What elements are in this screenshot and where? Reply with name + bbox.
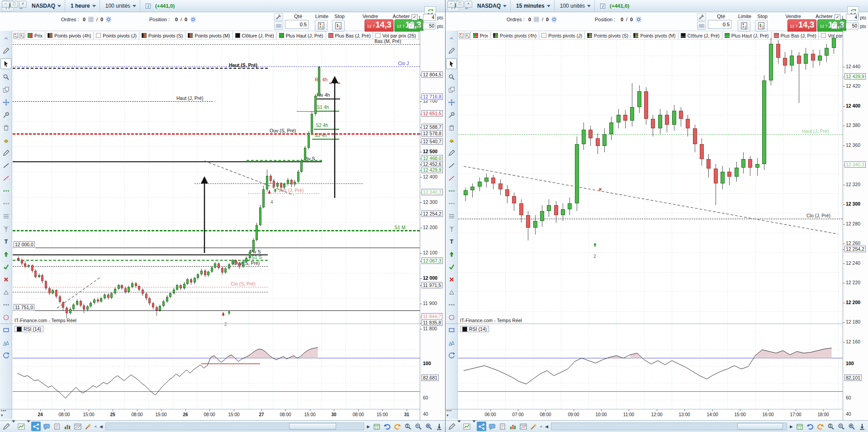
l-pts-input[interactable] <box>846 14 859 21</box>
indicator-chip[interactable]: Points pivots (S) <box>139 32 185 39</box>
info-icon[interactable] <box>599 3 606 9</box>
toolbar-share-icon[interactable] <box>477 422 486 431</box>
tool-circle-pink-icon[interactable] <box>1 312 11 322</box>
tool-line-red-icon[interactable] <box>1 173 11 183</box>
time-axis[interactable]: 2408:0015:002508:0015:002608:0015:002708… <box>13 409 420 421</box>
indicator-chip[interactable]: Points pivots (J) <box>94 32 139 39</box>
tool-dash-gray-icon[interactable] <box>1 198 11 208</box>
l-checkbox[interactable]: ✓ <box>835 14 840 20</box>
time-axis[interactable]: 06:0007:0008:0009:0010:0011:0012:0013:00… <box>458 409 843 421</box>
toolbar-cal-icon[interactable] <box>795 422 804 431</box>
toolbar-redo-icon[interactable] <box>393 422 402 431</box>
collapse-scrollbar-button[interactable]: « <box>94 424 98 429</box>
tool-fork-icon[interactable] <box>1 224 11 234</box>
indicator-chip[interactable]: Vol par prix (2 <box>819 32 843 39</box>
symbol-dropdown[interactable]: NASDAQ <box>28 0 65 12</box>
price-axis[interactable]: 12 70012 50012 40012 30012 20012 10012 0… <box>420 31 446 420</box>
toolbar-cal-icon[interactable] <box>372 422 381 431</box>
orders-list-icon[interactable] <box>88 16 95 23</box>
limit-order-button[interactable] <box>315 20 327 32</box>
tool-mag-icon[interactable] <box>1 72 11 82</box>
sg-pts-input[interactable] <box>423 23 436 29</box>
tool-tri3-icon[interactable] <box>446 338 456 347</box>
indicator-chip[interactable]: Plus Haut (J, Pré) <box>722 32 772 39</box>
toolbar-pencil-dd-icon[interactable] <box>1 422 11 431</box>
tool-dash-gray-icon[interactable] <box>446 198 456 208</box>
chip-up-page-icon[interactable] <box>19 32 25 39</box>
tool-tools-icon[interactable] <box>446 110 456 120</box>
tool-fib-icon[interactable] <box>1 211 11 221</box>
indicator-chip[interactable]: Prix <box>471 32 491 39</box>
tool-fork-icon[interactable] <box>446 224 456 234</box>
tool-text-icon[interactable] <box>1 236 11 246</box>
indicator-chip[interactable]: Points pivots (4h) <box>491 32 539 39</box>
tool-line-icon[interactable] <box>446 160 456 170</box>
toolbar-winchart-icon[interactable] <box>518 422 528 431</box>
tool-up-green-icon[interactable] <box>1 249 11 259</box>
scroll-right-button[interactable]: ▶ <box>366 424 371 429</box>
toolbar-chart-dd-icon[interactable] <box>462 422 471 431</box>
indicator-chip[interactable]: Clôture (J, Pré) <box>233 32 277 39</box>
tool-pencil-icon[interactable] <box>1 46 11 56</box>
tool-cursor-icon[interactable] <box>0 58 11 69</box>
sg-checkbox[interactable]: ✓ <box>831 23 837 29</box>
tool-move-icon[interactable] <box>1 97 11 107</box>
toolbar-zout-icon[interactable] <box>836 422 846 431</box>
position-settings-gear-icon[interactable] <box>190 16 196 23</box>
close-button[interactable]: × <box>19 1 27 8</box>
minimize-button[interactable]: − <box>447 1 455 8</box>
tool-check-icon[interactable] <box>1 262 11 272</box>
info-icon[interactable] <box>145 3 152 9</box>
tool-line-icon[interactable] <box>1 160 11 170</box>
tool-tri-icon[interactable] <box>1 287 11 297</box>
toolbar-note-icon[interactable] <box>52 422 62 431</box>
sg-pts-input[interactable] <box>846 23 859 29</box>
tool-trash-icon[interactable] <box>1 122 11 132</box>
toolbar-redo-icon[interactable] <box>816 422 825 431</box>
scroll-right-button[interactable]: ▶ <box>789 424 794 429</box>
toolbar-dl-icon[interactable] <box>857 422 867 431</box>
l-pts-input[interactable] <box>423 14 436 21</box>
tool-tools-icon[interactable] <box>1 110 11 120</box>
toolbar-wand-icon[interactable] <box>529 422 538 431</box>
keyboard-icon[interactable] <box>697 22 706 30</box>
keyboard-icon[interactable] <box>274 22 283 30</box>
tool-mag-icon[interactable] <box>446 72 456 82</box>
chevron-down-icon[interactable] <box>27 423 30 431</box>
chip-down-page-icon[interactable] <box>13 32 19 39</box>
toolbar-undo-icon[interactable] <box>805 422 815 431</box>
scroll-left-button[interactable]: ◀ <box>544 424 549 429</box>
tool-text-icon[interactable] <box>446 236 456 246</box>
indicator-chip[interactable]: Plus Bas (J, Pré) <box>326 32 374 39</box>
tool-collapse-icon[interactable] <box>446 33 456 43</box>
time-scrollbar-thumb[interactable] <box>737 423 783 430</box>
tool-dots-icon[interactable] <box>446 300 456 310</box>
scroll-left-button[interactable]: ◀ <box>99 424 104 429</box>
tool-dots-icon[interactable] <box>1 300 11 310</box>
time-scrollbar[interactable] <box>105 423 364 430</box>
toolbar-winchart-icon[interactable] <box>73 422 82 431</box>
toolbar-zfit-icon[interactable] <box>403 422 413 431</box>
tool-bell-icon[interactable] <box>1 135 11 145</box>
sell-button[interactable]: 12 714,3 <box>365 19 394 32</box>
collapse-scrollbar-button[interactable]: « <box>539 424 543 429</box>
tool-move-icon[interactable] <box>446 97 456 107</box>
sell-button[interactable]: 12 714,3 <box>787 19 816 32</box>
tool-collapse-icon[interactable] <box>1 33 11 43</box>
tool-dash-green-icon[interactable] <box>1 186 11 196</box>
tool-x-icon[interactable] <box>1 274 11 284</box>
toolbar-undo-icon[interactable] <box>382 422 392 431</box>
rsi-indicator-chip[interactable]: RSI (14) <box>14 326 43 332</box>
toolbar-bubble-icon[interactable] <box>42 422 51 431</box>
tool-trash-icon[interactable] <box>446 122 456 132</box>
quantity-input[interactable] <box>708 20 731 29</box>
tool-rotate-icon[interactable] <box>1 350 11 360</box>
chevron-down-icon[interactable] <box>12 423 15 431</box>
tool-up-green-icon[interactable] <box>446 249 456 259</box>
tool-pencil-icon[interactable] <box>446 46 456 56</box>
tool-rect-blue-icon[interactable] <box>446 325 456 335</box>
tool-rect-blue-icon[interactable] <box>1 325 11 335</box>
tool-circle-pink-icon[interactable] <box>446 312 456 322</box>
indicator-chip[interactable]: Plus Bas (J, Pré) <box>772 32 819 39</box>
indicator-chip[interactable]: Clôture (J, Pré) <box>678 32 722 39</box>
